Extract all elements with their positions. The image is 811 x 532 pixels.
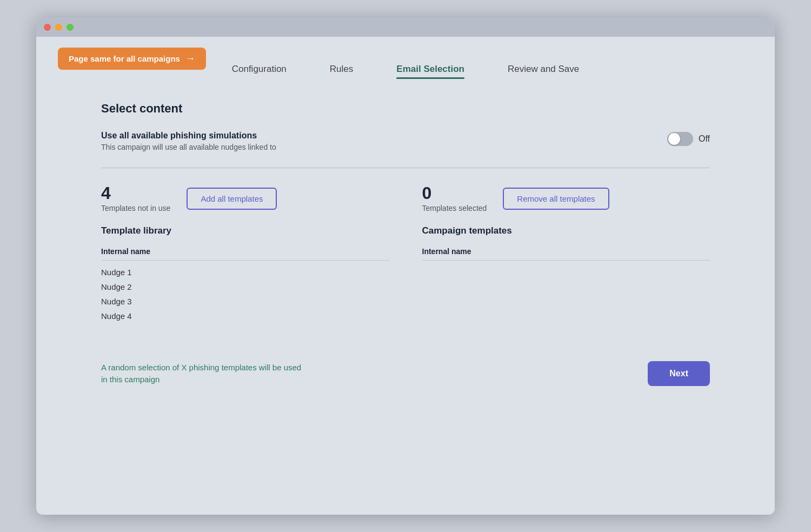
toggle-row: Use all available phishing simulations T… (101, 131, 710, 151)
library-count-label: Templates not in use (101, 204, 170, 212)
titlebar (36, 17, 775, 37)
library-title: Template library (101, 225, 389, 236)
remove-all-templates-button[interactable]: Remove all templates (503, 188, 609, 210)
library-stats: 4 Templates not in use Add all templates (101, 184, 389, 212)
section-divider (101, 168, 710, 168)
toggle-label: Use all available phishing simulations (101, 131, 656, 141)
tab-configuration[interactable]: Configuration (232, 64, 287, 75)
library-col-header: Internal name (101, 243, 389, 261)
page-body: Select content Use all available phishin… (58, 85, 753, 334)
tab-rules[interactable]: Rules (330, 64, 353, 75)
next-button[interactable]: Next (648, 361, 710, 386)
campaign-stats: 0 Templates selected Remove all template… (422, 184, 710, 212)
app-window: Page same for all campaigns → Configurat… (36, 17, 775, 515)
close-button[interactable] (44, 24, 51, 31)
campaign-templates-col: 0 Templates selected Remove all template… (422, 184, 710, 265)
list-item[interactable]: Nudge 4 (101, 309, 389, 323)
toggle-status: Off (699, 134, 710, 144)
tab-email-selection[interactable]: Email Selection (396, 64, 464, 75)
campaign-title: Campaign templates (422, 225, 710, 236)
template-section: 4 Templates not in use Add all templates… (101, 184, 710, 323)
campaign-count: 0 (422, 184, 487, 202)
tab-review-save[interactable]: Review and Save (508, 64, 579, 75)
tooltip-label: Page same for all campaigns (69, 54, 180, 63)
bottom-row: A random selection of X phishing templat… (58, 361, 753, 386)
campaign-count-label: Templates selected (422, 204, 487, 212)
main-content-area: Page same for all campaigns → Configurat… (36, 37, 775, 402)
list-item[interactable]: Nudge 1 (101, 265, 389, 280)
phishing-toggle[interactable] (667, 132, 693, 146)
toggle-text-block: Use all available phishing simulations T… (101, 131, 656, 151)
list-item[interactable]: Nudge 2 (101, 280, 389, 294)
toggle-control: Off (667, 131, 710, 146)
toggle-sublabel: This campaign will use all available nud… (101, 143, 656, 151)
library-stat-block: 4 Templates not in use (101, 184, 170, 212)
active-tab-underline (396, 77, 464, 79)
campaign-col-header: Internal name (422, 243, 710, 261)
tooltip-arrow: → (185, 53, 195, 64)
list-item[interactable]: Nudge 3 (101, 294, 389, 309)
campaign-stat-block: 0 Templates selected (422, 184, 487, 212)
minimize-button[interactable] (55, 24, 62, 31)
maximize-button[interactable] (67, 24, 74, 31)
add-all-templates-button[interactable]: Add all templates (187, 188, 277, 210)
library-count: 4 (101, 184, 170, 202)
campaign-tooltip-badge[interactable]: Page same for all campaigns → (58, 48, 206, 70)
section-title: Select content (101, 102, 710, 116)
random-selection-text: A random selection of X phishing templat… (101, 362, 307, 386)
template-library-col: 4 Templates not in use Add all templates… (101, 184, 389, 323)
